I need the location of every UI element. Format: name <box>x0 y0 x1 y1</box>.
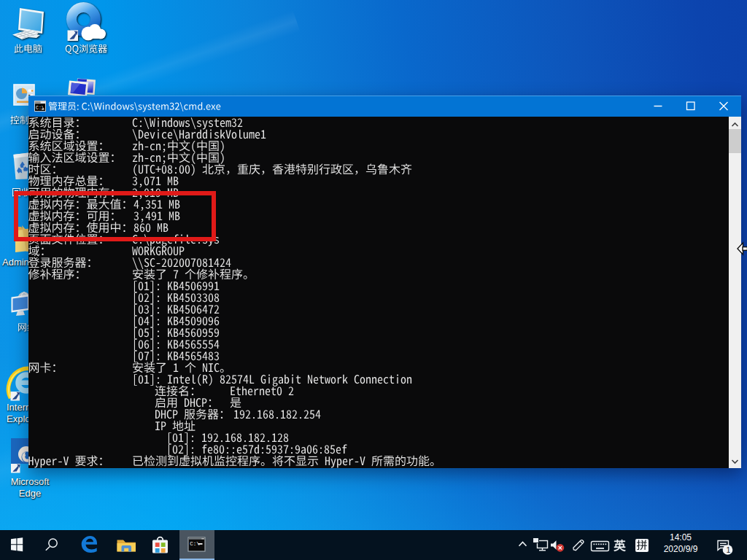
svg-text:1: 1 <box>727 545 731 554</box>
svg-text:C:\: C:\ <box>36 106 44 111</box>
